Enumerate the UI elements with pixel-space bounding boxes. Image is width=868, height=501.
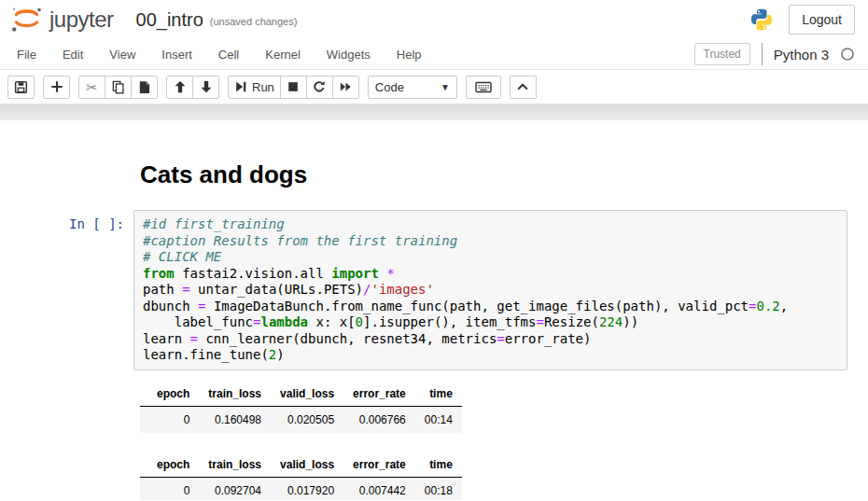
command-palette-button[interactable] [466,76,501,99]
add-cell-icon [50,80,63,93]
restart-run-all-icon [339,80,353,93]
jupyter-logo-icon [9,6,43,34]
table-header-cell: train_loss [199,383,271,407]
table-cell: 0 [140,406,199,433]
table-cell: 0.092704 [199,477,271,500]
menubar: FileEditViewInsertCellKernelWidgetsHelp … [0,39,868,70]
table-cell: 0.017920 [271,477,343,500]
move-down-icon [200,80,213,93]
table-header-cell: epoch [140,453,199,478]
stop-icon [287,80,300,93]
toolbar: ✂ Run Code ▼ [0,70,868,104]
input-prompt: In [ ]: [0,210,133,370]
python-logo-icon [749,7,774,32]
menu-item-view[interactable]: View [96,40,148,69]
run-icon [234,80,247,93]
insert-cell-button[interactable] [43,76,70,99]
header: jupyter 00_intro (unsaved changes) Logou… [0,0,868,39]
table-row: 00.0927040.0179200.00744200:18 [140,477,462,500]
table-cell: 0.006766 [343,406,415,433]
menubar-divider [762,43,763,65]
trusted-badge[interactable]: Trusted [694,43,750,65]
code-input-area[interactable]: #id first_training #caption Results from… [133,210,847,370]
move-up-icon [174,80,187,93]
cell-type-selected: Code [375,80,404,94]
chevron-up-icon [516,81,529,92]
run-button-label: Run [252,80,274,94]
restart-kernel-button[interactable] [306,76,333,99]
menu-items: FileEditViewInsertCellKernelWidgetsHelp [4,40,435,69]
run-cell-button[interactable]: Run [228,76,281,99]
code-text: #id first_training #caption Results from… [143,216,838,364]
jupyter-logo[interactable]: jupyter [9,6,114,34]
training-results-table: epochtrain_lossvalid_losserror_ratetime0… [140,383,462,433]
paste-cell-button[interactable] [131,76,158,99]
move-cell-down-button[interactable] [192,76,219,99]
restart-run-all-button[interactable] [332,76,359,99]
copy-icon [111,80,125,94]
menu-item-widgets[interactable]: Widgets [314,40,384,69]
table-cell: 00:18 [415,477,462,500]
code-cell[interactable]: In [ ]: #id first_training #caption Resu… [0,210,868,370]
menu-item-edit[interactable]: Edit [49,40,96,69]
page-background-strip [0,104,868,120]
table-header-cell: train_loss [199,453,271,478]
menu-item-file[interactable]: File [4,40,49,69]
restart-kernel-icon [313,80,326,93]
table-cell: 00:14 [415,406,462,433]
table-header-cell: epoch [140,383,199,407]
table-header-cell: valid_loss [271,383,343,407]
table-header-cell: time [415,453,462,478]
table-cell: 0.007442 [343,477,415,500]
notebook-container: Cats and dogs In [ ]: #id first_training… [0,120,868,500]
menu-item-help[interactable]: Help [384,40,435,69]
kernel-name: Python 3 [774,47,829,63]
interrupt-kernel-button[interactable] [280,76,307,99]
chevron-down-icon: ▼ [441,82,450,92]
table-header-cell: error_rate [343,453,415,478]
table-header-cell: time [415,383,462,407]
table-cell: 0 [140,477,199,500]
table-header-cell: error_rate [343,383,415,407]
notebook-title[interactable]: 00_intro [136,9,203,31]
table-cell: 0.020505 [271,406,343,433]
jupyter-logo-text: jupyter [49,7,114,33]
table-cell: 0.160498 [199,406,271,433]
cell-type-dropdown[interactable]: Code ▼ [368,76,457,99]
save-button[interactable] [7,76,35,99]
training-results-table: epochtrain_lossvalid_losserror_ratetime0… [140,453,462,501]
cell-outputs: epochtrain_lossvalid_losserror_ratetime0… [140,383,868,501]
markdown-heading: Cats and dogs [140,160,868,189]
cut-icon: ✂ [86,80,98,94]
collapse-toolbar-button[interactable] [510,76,537,99]
copy-cell-button[interactable] [105,76,132,99]
move-cell-up-button[interactable] [166,76,193,99]
menu-item-kernel[interactable]: Kernel [252,40,314,69]
menu-item-cell[interactable]: Cell [205,40,252,69]
save-icon [14,80,28,94]
table-row: 00.1604980.0205050.00676600:14 [140,406,462,433]
autosave-status: (unsaved changes) [210,16,298,27]
table-header-cell: valid_loss [271,453,343,478]
cut-cell-button[interactable]: ✂ [78,76,105,99]
paste-icon [137,80,151,94]
logout-button[interactable]: Logout [789,5,855,35]
menu-item-insert[interactable]: Insert [148,40,205,69]
command-palette-icon [475,80,492,94]
kernel-idle-icon [840,47,855,62]
